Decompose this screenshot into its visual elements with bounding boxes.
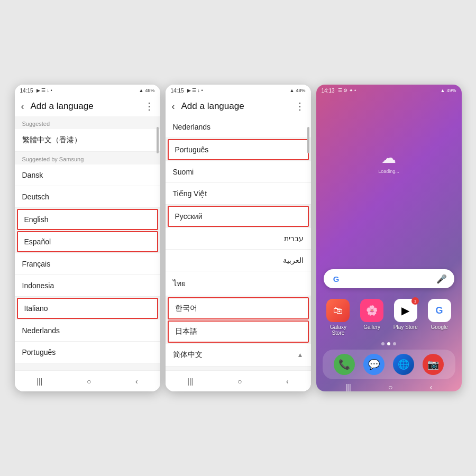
phone1-scrollbar: [157, 127, 159, 153]
phone1-top-bar: ‹ Add a language ⋮: [15, 96, 160, 116]
phone2-battery: 48%: [296, 88, 305, 93]
phone1-nav-back[interactable]: ‹: [135, 377, 138, 386]
scroll-up-icon[interactable]: ▲: [297, 351, 304, 359]
phone1-status-right: ▲ 48%: [139, 88, 155, 93]
list-item[interactable]: 繁體中文（香港）: [15, 129, 160, 152]
app-item-galaxy-store: 🛍 Galaxy Store: [323, 299, 353, 336]
phone3-status-icons: ☰ ⚙ ✦ •: [338, 88, 356, 93]
phone3-status-right: ▲ 49%: [441, 88, 456, 93]
chinese-simplified-label: 简体中文: [173, 350, 203, 360]
phone1-section-samsung: Suggested by Samsung: [15, 152, 160, 164]
phone3-app-row: 🛍 Galaxy Store 🌸 Gallery ▶ 1 Play Store: [316, 294, 462, 338]
phone3-status-bar: 14:13 ☰ ⚙ ✦ • ▲ 49%: [316, 85, 462, 96]
phone1-status-icons-left: ▶ ☰ ↓ •: [36, 88, 52, 93]
phone3-nav-back[interactable]: ‹: [430, 383, 433, 391]
phone2-scrollbar: [307, 127, 309, 153]
list-item[interactable]: ไทย: [166, 271, 311, 296]
phone1-menu-button[interactable]: ⋮: [144, 100, 154, 112]
phone1-status-left: 14:15 ▶ ☰ ↓ •: [20, 88, 52, 94]
list-item-italiano[interactable]: Italiano: [17, 298, 158, 319]
list-item[interactable]: Português: [15, 342, 160, 363]
google-label: Google: [431, 324, 448, 330]
list-item[interactable]: Dansk: [15, 164, 160, 186]
phone3-status-left: 14:13 ☰ ⚙ ✦ •: [322, 88, 356, 94]
phone2-status-right: ▲ 48%: [290, 88, 306, 93]
google-g-icon: G: [331, 273, 342, 284]
phone2-nav-bar: ||| ○ ‹: [166, 370, 311, 391]
phone2-status-bar: 14:15 ▶ ☰ ↓ • ▲ 48%: [166, 85, 311, 96]
phone2-status-icons: ▶ ☰ ↓ •: [187, 88, 203, 93]
phone3-nav-recent[interactable]: |||: [345, 383, 351, 391]
list-item[interactable]: Deutsch: [15, 186, 160, 208]
list-item[interactable]: Nederlands: [166, 116, 311, 138]
list-item[interactable]: Tiếng Việt: [166, 183, 311, 205]
app-item-gallery: 🌸 Gallery: [357, 299, 387, 336]
microphone-icon[interactable]: 🎤: [436, 274, 447, 284]
galaxy-store-label: Galaxy Store: [323, 324, 353, 336]
phone3-page-dots: [316, 338, 462, 350]
phone2-nav-recent[interactable]: |||: [187, 377, 193, 386]
phone2-nav-back[interactable]: ‹: [286, 377, 289, 386]
phone3-dock: 📞 💬 🌐 📷: [323, 350, 455, 379]
phone2-menu-button[interactable]: ⋮: [295, 100, 305, 112]
app-item-google: G Google: [425, 299, 454, 336]
phone2-back-button[interactable]: ‹: [172, 101, 175, 112]
phone1-back-button[interactable]: ‹: [21, 101, 24, 112]
google-icon[interactable]: G: [428, 299, 451, 322]
dock-camera-icon[interactable]: 📷: [423, 354, 444, 375]
list-item-arabic[interactable]: العربية: [166, 250, 311, 271]
page-dot-3: [393, 342, 396, 345]
phone3-nav-home[interactable]: ○: [388, 383, 392, 391]
phone2-status-left: 14:15 ▶ ☰ ↓ •: [171, 88, 203, 94]
list-item[interactable]: Français: [15, 253, 160, 275]
phone2-nav-home[interactable]: ○: [237, 377, 242, 386]
phone1-title: Add a language: [31, 101, 144, 112]
gallery-label: Gallery: [363, 324, 380, 330]
phone3-battery: 49%: [446, 88, 456, 93]
list-item-espanol[interactable]: Español: [17, 231, 158, 252]
dock-messages-icon[interactable]: 💬: [363, 354, 385, 375]
list-item[interactable]: Indonesia: [15, 275, 160, 297]
phone3-signal: ▲: [441, 88, 445, 93]
phone2-top-bar: ‹ Add a language ⋮: [166, 96, 311, 116]
phone1-nav-bar: ||| ○ ‹: [15, 370, 160, 391]
list-item-japanese[interactable]: 日本語: [168, 321, 309, 343]
phone1-nav-home[interactable]: ○: [87, 377, 91, 386]
phone2-language-list[interactable]: Nederlands Português Suomi Tiếng Việt Ру…: [166, 116, 311, 370]
phone3-search-bar[interactable]: G 🎤: [324, 269, 454, 288]
list-item[interactable]: Suomi: [166, 161, 311, 183]
list-item[interactable]: 简体中文 ▲: [166, 344, 311, 367]
phone1: 14:15 ▶ ☰ ↓ • ▲ 48% ‹ Add a language ⋮ S…: [15, 85, 160, 391]
cloud-icon: ☁: [381, 149, 396, 167]
phone2-signal: ▲: [290, 88, 295, 93]
play-store-icon[interactable]: ▶ 1: [394, 299, 417, 322]
play-store-badge: 1: [411, 297, 419, 305]
phone1-nav-recent[interactable]: |||: [36, 377, 42, 386]
phone2-content: Nederlands Português Suomi Tiếng Việt Ру…: [166, 116, 311, 370]
phone3-loading-widget: ☁ Loading...: [373, 149, 405, 174]
phone2-time: 14:15: [171, 88, 184, 94]
list-item-hebrew[interactable]: עברית: [166, 228, 311, 250]
dock-phone-icon[interactable]: 📞: [334, 354, 355, 375]
list-item[interactable]: Nederlands: [15, 320, 160, 342]
phone1-content: Suggested 繁體中文（香港） Suggested by Samsung …: [15, 116, 160, 370]
list-item-portugues[interactable]: Português: [168, 139, 309, 160]
galaxy-store-icon[interactable]: 🛍: [326, 299, 350, 322]
phone3-nav-bar: ||| ○ ‹: [316, 382, 462, 391]
phone1-signal: ▲: [139, 88, 144, 93]
phone1-status-bar: 14:15 ▶ ☰ ↓ • ▲ 48%: [15, 85, 160, 96]
gallery-icon[interactable]: 🌸: [360, 299, 383, 322]
app-item-play-store: ▶ 1 Play Store: [391, 299, 420, 336]
list-item-korean[interactable]: 한국어: [168, 297, 309, 319]
phone2: 14:15 ▶ ☰ ↓ • ▲ 48% ‹ Add a language ⋮ N…: [166, 85, 311, 391]
play-store-label: Play Store: [393, 324, 418, 330]
phone1-language-list[interactable]: Suggested 繁體中文（香港） Suggested by Samsung …: [15, 116, 160, 370]
phone1-section-suggested: Suggested: [15, 116, 160, 129]
phone1-time: 14:15: [20, 88, 33, 94]
phone3: 14:13 ☰ ⚙ ✦ • ▲ 49% ☁ Loading... G 🎤 🛍: [316, 85, 462, 391]
page-dot-1: [381, 342, 385, 345]
dock-browser-icon[interactable]: 🌐: [393, 354, 414, 375]
list-item-english[interactable]: English: [17, 209, 158, 230]
list-item-russian[interactable]: Русский: [168, 206, 309, 227]
phone1-battery: 48%: [145, 88, 154, 93]
